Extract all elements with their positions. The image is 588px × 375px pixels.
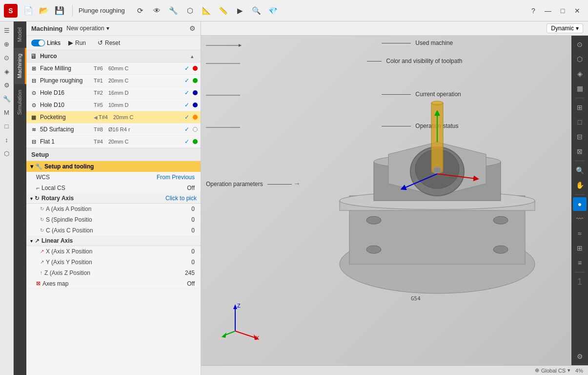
axes-map-value[interactable]: Off <box>187 280 195 287</box>
toolbar-view[interactable]: 👁 <box>149 3 165 19</box>
op-detail-hole-d16: 16mm D <box>108 90 183 96</box>
axes-map-row[interactable]: ⊠ Axes map Off <box>26 278 201 289</box>
rp-top-btn[interactable]: ⊟ <box>573 130 587 144</box>
axis-s-row[interactable]: ↻ S (Spindle Positio 0 <box>26 214 201 225</box>
axis-a-value[interactable]: 0 <box>191 206 195 212</box>
hurco-machine-row[interactable]: 🖥 Hurco ▴ <box>26 50 201 62</box>
top-right-bar: Dynamic ▾ <box>201 21 588 36</box>
sidebar-icon-8[interactable]: □ <box>1 120 13 132</box>
rp-wave-btn[interactable]: ≈ <box>573 227 587 240</box>
rp-sep-4 <box>575 272 585 272</box>
toolbar-measure[interactable]: 📏 <box>216 3 231 19</box>
toolbar-inspect[interactable]: 🔍 <box>249 3 264 19</box>
op-pocketing[interactable]: ▦ Pocketing ◀ T#4 20mm C ✓ <box>26 111 201 124</box>
rp-shaded-btn[interactable]: ▦ <box>573 82 587 95</box>
reset-label: Reset <box>105 40 120 46</box>
maximize-button[interactable]: □ <box>556 4 569 18</box>
rp-sphere-btn[interactable]: ⊙ <box>573 38 587 51</box>
machining-header: Machining New operation ▾ ⚙ <box>26 21 201 36</box>
toolbar-simulate[interactable]: ▶ <box>232 3 248 19</box>
op-detail-flat-1: 20mm C <box>108 139 183 145</box>
toolbar-sketch[interactable]: ⟳ <box>133 3 148 19</box>
links-toggle[interactable]: Links <box>31 40 61 46</box>
axis-x-value[interactable]: 0 <box>191 248 195 255</box>
linear-axis-section[interactable]: ▾ ↗ Linear Axis <box>26 236 201 246</box>
local-cs-value[interactable]: Off <box>187 185 195 191</box>
run-icon: ▶ <box>68 39 73 46</box>
toolbar-drawing[interactable]: 📐 <box>199 3 215 19</box>
reset-button[interactable]: ↺ Reset <box>94 38 124 48</box>
op-face-milling[interactable]: ⊞ Face Milling T#6 60mm C ✓ <box>26 62 201 75</box>
axis-z-value[interactable]: 245 <box>185 270 195 276</box>
axis-s-value[interactable]: 0 <box>191 216 195 223</box>
rp-layers-btn[interactable]: ≡ <box>573 256 587 270</box>
rp-dot-btn[interactable]: ● <box>573 197 587 211</box>
op-plunge-roughing[interactable]: ⊟ Plunge roughing T#1 20mm C ✓ <box>26 75 201 87</box>
sidebar-icon-9[interactable]: ↕ <box>1 134 13 146</box>
setup-and-tooling-title[interactable]: ▾ 🔧 Setup and tooling <box>26 161 201 172</box>
tab-model[interactable]: Model <box>14 21 26 48</box>
sidebar-icon-7[interactable]: M <box>1 106 13 118</box>
rp-grid-btn[interactable]: ⊞ <box>573 241 587 255</box>
op-dot-flat-1 <box>193 139 198 144</box>
op-hole-d16[interactable]: ⊙ Hole D16 T#2 16mm D ✓ <box>26 87 201 99</box>
rp-solid-btn[interactable]: ◈ <box>573 67 587 81</box>
save-file-button[interactable]: 💾 <box>53 4 66 18</box>
op-flat-1[interactable]: ⊟ Flat 1 T#4 20mm C ✓ <box>26 136 201 148</box>
op-check-hole-d16: ✓ <box>183 89 191 96</box>
view-mode-select[interactable]: Dynamic ▾ <box>547 23 583 33</box>
linear-expand-icon: ▾ <box>30 238 33 244</box>
rotary-axis-section[interactable]: ▾ ↻ Rotary Axis Click to pick <box>26 193 201 204</box>
help-button[interactable]: ? <box>527 4 540 18</box>
axis-x-row[interactable]: ↗ X (Axis X Position 0 <box>26 246 201 257</box>
op-5d-surfacing[interactable]: ≋ 5D Surfacing T#8 Ø16 R4 r ✓ <box>26 124 201 136</box>
rp-settings-btn[interactable]: ⚙ <box>573 350 587 363</box>
rp-zoom-btn[interactable]: 🔍 <box>573 164 587 177</box>
local-cs-row[interactable]: ⌐ Local CS Off <box>26 183 201 193</box>
svg-marker-31 <box>222 333 226 338</box>
tab-simulation[interactable]: Simulation <box>14 84 26 121</box>
sidebar-icon-4[interactable]: ◈ <box>1 65 13 77</box>
anno-operation-parameters: Operation parameters → <box>206 180 300 188</box>
rp-front-btn[interactable]: □ <box>573 115 587 129</box>
toolbar-feature[interactable]: 🔧 <box>166 3 182 19</box>
sidebar-icon-5[interactable]: ⚙ <box>1 79 13 91</box>
axis-y-row[interactable]: ↗ Y (Axis Y Position 0 <box>26 257 201 268</box>
toolbar-render[interactable]: 💎 <box>265 3 281 19</box>
axis-c-row[interactable]: ↻ C (Axis C Position 0 <box>26 225 201 236</box>
axis-a-row[interactable]: ↻ A (Axis A Position 0 <box>26 204 201 214</box>
tab-machining[interactable]: Machining <box>14 48 26 84</box>
open-file-button[interactable]: 📂 <box>37 4 51 18</box>
toolbar-assembly[interactable]: ⬡ <box>182 3 198 19</box>
sidebar-icon-10[interactable]: ⬡ <box>1 147 13 159</box>
rp-iso-btn[interactable]: ⊞ <box>573 101 587 114</box>
rp-nav-cube-btn[interactable]: 1 <box>573 275 587 289</box>
wcs-row[interactable]: WCS From Previous <box>26 172 201 183</box>
sidebar-icon-2[interactable]: ⊕ <box>1 38 13 50</box>
op-hole-d10[interactable]: ⊙ Hole D10 T#5 10mm D ✓ <box>26 99 201 111</box>
new-operation-button[interactable]: New operation ▾ <box>66 25 109 32</box>
sidebar-icon-3[interactable]: ⊙ <box>1 52 13 63</box>
rp-pan-btn[interactable]: ✋ <box>573 178 587 192</box>
rp-curve-btn[interactable]: 〰 <box>573 212 587 226</box>
run-button[interactable]: ▶ Run <box>64 38 90 48</box>
wcs-value[interactable]: From Previous <box>157 174 195 181</box>
minimize-button[interactable]: — <box>541 4 555 18</box>
settings-icon[interactable]: ⚙ <box>189 24 196 32</box>
new-file-button[interactable]: 📄 <box>21 4 35 18</box>
3d-viewport[interactable]: Used machine Color and visibility of too… <box>201 36 571 365</box>
rp-side-btn[interactable]: ⊠ <box>573 145 587 158</box>
sidebar-icon-6[interactable]: 🔧 <box>1 93 13 104</box>
rp-wireframe-btn[interactable]: ⬡ <box>573 52 587 66</box>
new-op-label: New operation <box>66 25 104 32</box>
sidebar-icon-1[interactable]: ☰ <box>1 24 13 36</box>
setup-header: Setup <box>26 148 201 161</box>
op-tool-hole-d16: T#2 <box>94 90 108 96</box>
rotary-value[interactable]: Click to pick <box>165 195 197 202</box>
axis-z-row[interactable]: ↑ Z (Axis Z Position 245 <box>26 268 201 278</box>
close-button[interactable]: ✕ <box>570 4 584 18</box>
axis-y-value[interactable]: 0 <box>191 259 195 266</box>
svg-point-14 <box>431 101 443 105</box>
op-dot-hole-d16 <box>193 90 198 95</box>
axis-c-value[interactable]: 0 <box>191 227 195 234</box>
